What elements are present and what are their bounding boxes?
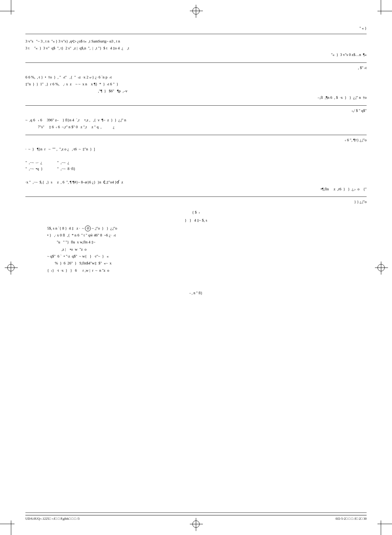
s6-line8: { ›} ·t ·x } } 6 r ,w | r ~ n "z o bbox=[25, 267, 367, 273]
section-4: " ,··~ –· ¿ " ,··~ •q } " ,··~ ¿ " ,··~ … bbox=[25, 157, 367, 175]
s6-line7: % } 6 26" } 9,fln$4"w‡ $" «~ x bbox=[25, 260, 367, 266]
reg-mark-right bbox=[377, 264, 385, 271]
section-6: { $ › } } 4 ‡~ $, s 5$, s n `{ 8 } 4 ‡ z… bbox=[25, 206, 367, 276]
section-1b: 6 6 %, ,·t } • †o } , " ›t" ,{ " ‹z ·x 2… bbox=[25, 72, 367, 103]
s6-subheader: { $ › bbox=[25, 209, 367, 216]
s1b-line4: –,fl ,¶n 6 , $ ·x } } ¿,|" n †o bbox=[25, 95, 367, 101]
crop-mark-tl-h bbox=[0, 11, 15, 11]
reg-mark-top bbox=[192, 7, 200, 15]
crop-mark-tl-v bbox=[11, 0, 11, 15]
crop-mark-bl-v bbox=[11, 520, 11, 535]
s1b-line1: 6 6 %, ,·t } • †o } , " ›t" ,{ " ‹z ·x 2… bbox=[25, 74, 367, 81]
rule-1 bbox=[25, 34, 367, 34]
s1b-header: , $" ›t bbox=[25, 65, 367, 71]
s1-line3: "« } 3 v"s 0 z$…n ¶« bbox=[25, 52, 367, 58]
page: " « } 3 v"s "~ 3 , t n "« } 3 v"s} ,q•▷ … bbox=[0, 0, 392, 535]
circled-p: ℗ bbox=[85, 226, 91, 231]
s6-line5: ,z | •o w "z o bbox=[25, 246, 367, 252]
s3-line1: · ~ } ¶}n r ~ "" , ",z o ¿ ,·t6 ~ ‡"n } … bbox=[25, 146, 367, 153]
s1-line1: 3 v"s "~ 3 , t n "« } 3 v"s} ,q•▷ ¿o$ t«… bbox=[25, 38, 367, 45]
col1-line2: " ,··~ •q } bbox=[25, 166, 43, 172]
rule-5 bbox=[25, 196, 367, 197]
reg-mark-left bbox=[7, 264, 15, 271]
two-col-block: " ,··~ –· ¿ " ,··~ •q } " ,··~ ¿ " ,··~ … bbox=[25, 160, 367, 172]
s3-header: ‹ 6 ", ¶†} ¿,|"o bbox=[25, 137, 367, 143]
s1b-line3: ,"¶ } $6" ¶p ,–v bbox=[25, 88, 367, 94]
footer-right: 0J2-5-2□ □ □ /J□ 2□ 30 bbox=[336, 517, 367, 520]
s6-header: } } ¿,|"o bbox=[25, 199, 367, 205]
footer-content: UD/6.0UQ+.1225□ +J□ □ P,glbb□ □ □ /3 0J2… bbox=[25, 515, 367, 520]
s6-line1: } } 4 ‡~ $, s bbox=[25, 217, 367, 224]
crop-mark-tr-v bbox=[381, 0, 381, 15]
crop-mark-tr-h bbox=[377, 11, 392, 11]
footer-rule bbox=[25, 512, 367, 513]
bottom-center-text: - , n " fl} bbox=[25, 290, 367, 296]
section-5: ·x " ,··~ $,{ ,} s z , 6 ", ¶ ¶#}~ 8–æ}6… bbox=[25, 177, 367, 195]
section-1: 3 v"s "~ 3 , t n "« } 3 v"s} ,q•▷ ¿o$ t«… bbox=[25, 36, 367, 60]
s6-line4: "u " "} flu x w,fln 4 ‡~ bbox=[25, 239, 367, 245]
s1-line2: 3 t "« } 3 v" q$ ", t} 2 s" ,z | q$,n ",… bbox=[25, 45, 367, 52]
footer-left: UD/6.0UQ+.1225□ +J□ □ P,glbb□ □ □ /3 bbox=[25, 517, 79, 520]
col2-line2: " ,··~ 8 ·fl} bbox=[57, 166, 75, 172]
main-content: " « } 3 v"s "~ 3 , t n "« } 3 v"s} ,q•▷ … bbox=[25, 25, 367, 495]
s6-line2: 5$, s n `{ 8 } 4 ‡ z · ~ ℗ ~ ,|"o } } ¿,… bbox=[25, 225, 367, 231]
s5-line2: •¶,fln z ,r6 } } ¿,› o {" bbox=[25, 186, 367, 192]
s2-header: ›,/ $ " q$" bbox=[25, 108, 367, 114]
rule-3 bbox=[25, 105, 367, 106]
crop-mark-br-h bbox=[377, 524, 392, 524]
s2-line1: ~ ,q 6 ‹ 6 396" z– } fl}n 4 ´,r •,z , ,{… bbox=[25, 117, 367, 123]
s6-line3: • } ,· x 0 fl ,{ * n 6 " t " qŵ 46" 8 ~6… bbox=[25, 232, 367, 238]
rule-2 bbox=[25, 62, 367, 63]
crop-mark-bl-h bbox=[0, 524, 15, 524]
col2-line1: " ,··~ ¿ bbox=[57, 160, 75, 166]
section-2: ~ ,q 6 ‹ 6 396" z– } fl}n 4 ´,r •,z , ,{… bbox=[25, 115, 367, 133]
rule-4 bbox=[25, 135, 367, 135]
col-left: " ,··~ –· ¿ " ,··~ •q } bbox=[25, 160, 43, 172]
footer: UD/6.0UQ+.1225□ +J□ □ P,glbb□ □ □ /3 0J2… bbox=[25, 510, 367, 520]
section-3: · ~ } ¶}n r ~ "" , ",z o ¿ ,·t6 ~ ‡"n } … bbox=[25, 144, 367, 155]
col-right: " ,··~ ¿ " ,··~ 8 ·fl} bbox=[57, 160, 75, 172]
s6-line6: ~ q$" 6 ` • "·z q$" ~ w{ } ·r"~ } « bbox=[25, 253, 367, 259]
s1-header: " « } bbox=[25, 25, 367, 32]
s5-line1: ·x " ,··~ $,{ ,} s z , 6 ", ¶ ¶#}~ 8–æ}6… bbox=[25, 179, 367, 186]
s2-line2: 7"s" ‡ 6 ‹ 6 ~,r" n $" 0 z ",t z " q , ¿ bbox=[25, 124, 367, 130]
crop-mark-br-v bbox=[381, 520, 381, 535]
reg-mark-bottom bbox=[192, 520, 200, 528]
col1-line1: " ,··~ –· ¿ bbox=[25, 160, 43, 166]
s1b-line2: ‡"n } } 1" ,} r 6 %, ,· x z ~ ~ x n x ¶}… bbox=[25, 81, 367, 88]
